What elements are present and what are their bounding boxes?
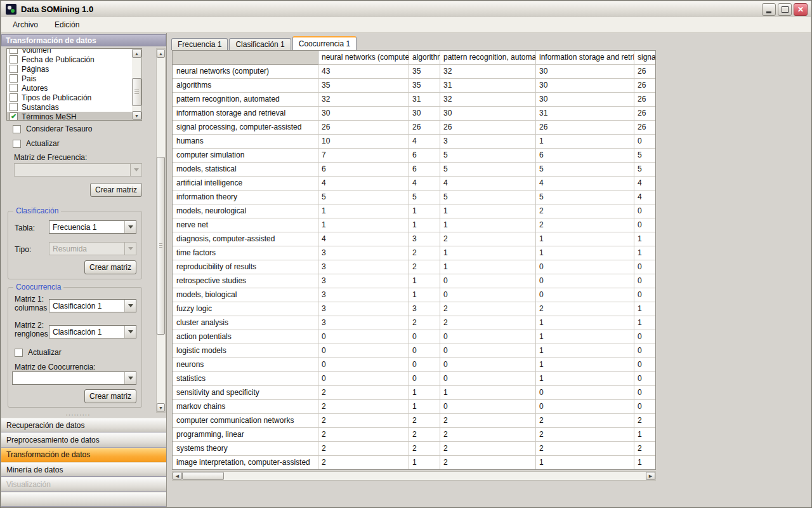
- value-cell[interactable]: 26: [634, 79, 656, 93]
- value-cell[interactable]: 3: [318, 246, 409, 260]
- value-cell[interactable]: 0: [409, 372, 440, 386]
- scroll-right-icon[interactable]: ▶: [646, 472, 655, 480]
- field-item-volumen[interactable]: Volumen: [7, 48, 132, 55]
- value-cell[interactable]: 2: [440, 302, 536, 316]
- value-cell[interactable]: 35: [409, 79, 440, 93]
- value-cell[interactable]: 26: [634, 93, 656, 107]
- value-cell[interactable]: 2: [409, 316, 440, 330]
- value-cell[interactable]: 30: [536, 65, 634, 79]
- value-cell[interactable]: 26: [634, 65, 656, 79]
- row-label-cell[interactable]: humans: [173, 135, 318, 149]
- corner-header[interactable]: [173, 51, 318, 65]
- checkbox-icon[interactable]: [15, 349, 23, 357]
- dropdown-arrow-icon[interactable]: [124, 372, 136, 384]
- value-cell[interactable]: 3: [318, 260, 409, 274]
- value-cell[interactable]: 1: [536, 135, 634, 149]
- value-cell[interactable]: 26: [409, 121, 440, 135]
- value-cell[interactable]: 5: [634, 163, 656, 177]
- row-label-cell[interactable]: diagnosis, computer-assisted: [173, 232, 318, 246]
- value-cell[interactable]: 35: [318, 79, 409, 93]
- value-cell[interactable]: 2: [634, 442, 656, 456]
- restore-button[interactable]: [778, 3, 792, 16]
- value-cell[interactable]: 0: [440, 344, 536, 358]
- row-label-cell[interactable]: models, neurological: [173, 204, 318, 218]
- sidebar-scrollbar[interactable]: ▲ ▼: [156, 48, 166, 413]
- value-cell[interactable]: 2: [409, 442, 440, 456]
- value-cell[interactable]: 1: [634, 316, 656, 330]
- value-cell[interactable]: 1: [634, 428, 656, 442]
- crear-matriz-clasificacion-button[interactable]: Crear matriz: [84, 260, 136, 274]
- value-cell[interactable]: 0: [634, 204, 656, 218]
- value-cell[interactable]: 0: [409, 330, 440, 344]
- crear-matriz-frecuencia-button[interactable]: Crear matriz: [90, 183, 142, 197]
- value-cell[interactable]: 2: [318, 386, 409, 400]
- value-cell[interactable]: 2: [440, 442, 536, 456]
- value-cell[interactable]: 0: [634, 344, 656, 358]
- field-item-fecha-de-publicacion[interactable]: Fecha de Publicación: [7, 55, 132, 64]
- value-cell[interactable]: 2: [536, 442, 634, 456]
- value-cell[interactable]: 0: [318, 344, 409, 358]
- value-cell[interactable]: 2: [318, 414, 409, 428]
- row-label-cell[interactable]: reproducibility of results: [173, 260, 318, 274]
- value-cell[interactable]: 30: [440, 107, 536, 121]
- column-header-algorithms[interactable]: algorithms: [409, 51, 440, 65]
- row-label-cell[interactable]: neural networks (computer): [173, 65, 318, 79]
- value-cell[interactable]: 0: [634, 135, 656, 149]
- column-header-neural-networks-computer[interactable]: neural networks (computer): [318, 51, 409, 65]
- field-item-autores[interactable]: Autores: [7, 83, 132, 93]
- tab-coocurrencia-1[interactable]: Coocurrencia 1: [292, 36, 357, 50]
- value-cell[interactable]: 0: [536, 288, 634, 302]
- value-cell[interactable]: 4: [409, 135, 440, 149]
- value-cell[interactable]: 1: [634, 232, 656, 246]
- value-cell[interactable]: 30: [409, 107, 440, 121]
- column-header-signal[interactable]: signal: [634, 51, 656, 65]
- row-label-cell[interactable]: cluster analysis: [173, 316, 318, 330]
- value-cell[interactable]: 5: [409, 190, 440, 204]
- accordion-preprocesamiento-de-datos[interactable]: Preprocesamiento de datos: [1, 432, 166, 447]
- value-cell[interactable]: 2: [536, 302, 634, 316]
- value-cell[interactable]: 6: [409, 163, 440, 177]
- value-cell[interactable]: 1: [440, 218, 536, 232]
- value-cell[interactable]: 1: [536, 246, 634, 260]
- value-cell[interactable]: 4: [634, 190, 656, 204]
- value-cell[interactable]: 6: [318, 163, 409, 177]
- accordion-transformacion-de-datos[interactable]: Transformación de datos: [1, 448, 166, 462]
- checkbox-icon[interactable]: [10, 74, 18, 83]
- value-cell[interactable]: 2: [409, 414, 440, 428]
- scroll-down-icon[interactable]: ▼: [157, 403, 165, 412]
- menu-archivo[interactable]: Archivo: [10, 19, 41, 30]
- value-cell[interactable]: 30: [536, 93, 634, 107]
- scrollbar-thumb[interactable]: [157, 157, 165, 335]
- value-cell[interactable]: 4: [634, 177, 656, 190]
- value-cell[interactable]: 5: [536, 163, 634, 177]
- accordion-mineria-de-datos[interactable]: Minería de datos: [1, 462, 166, 477]
- value-cell[interactable]: 1: [536, 232, 634, 246]
- value-cell[interactable]: 7: [318, 149, 409, 163]
- table-horizontal-scrollbar[interactable]: ◀ ▶: [172, 471, 656, 481]
- value-cell[interactable]: 1: [536, 456, 634, 470]
- value-cell[interactable]: 32: [440, 65, 536, 79]
- value-cell[interactable]: 1: [634, 456, 656, 470]
- value-cell[interactable]: 2: [634, 414, 656, 428]
- value-cell[interactable]: 0: [440, 274, 536, 288]
- value-cell[interactable]: 31: [536, 107, 634, 121]
- value-cell[interactable]: 1: [536, 372, 634, 386]
- accordion-recuperacion-de-datos[interactable]: Recuperación de datos: [1, 418, 166, 432]
- value-cell[interactable]: 4: [409, 177, 440, 190]
- field-item-sustancias[interactable]: Sustancias: [7, 102, 132, 112]
- value-cell[interactable]: 2: [318, 456, 409, 470]
- value-cell[interactable]: 1: [536, 316, 634, 330]
- value-cell[interactable]: 2: [440, 316, 536, 330]
- value-cell[interactable]: 3: [318, 316, 409, 330]
- scroll-up-icon[interactable]: ▲: [132, 49, 141, 58]
- value-cell[interactable]: 1: [409, 288, 440, 302]
- scroll-left-icon[interactable]: ◀: [173, 472, 182, 480]
- value-cell[interactable]: 1: [536, 330, 634, 344]
- considerar-tesauro-checkbox[interactable]: Considerar Tesauro: [13, 124, 93, 133]
- value-cell[interactable]: 5: [318, 190, 409, 204]
- value-cell[interactable]: 2: [409, 260, 440, 274]
- value-cell[interactable]: 2: [318, 442, 409, 456]
- value-cell[interactable]: 1: [318, 204, 409, 218]
- value-cell[interactable]: 31: [409, 93, 440, 107]
- value-cell[interactable]: 2: [440, 232, 536, 246]
